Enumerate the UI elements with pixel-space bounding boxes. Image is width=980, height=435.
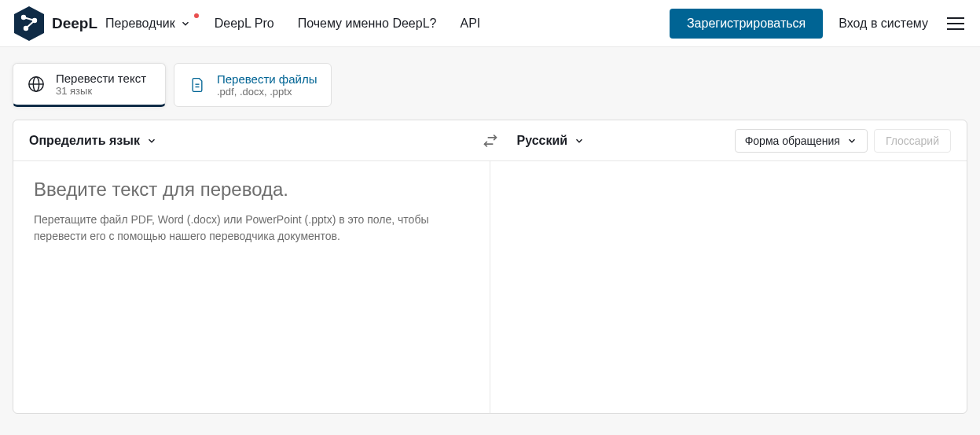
glossary-label: Глоссарий (886, 135, 939, 147)
signup-button[interactable]: Зарегистрироваться (670, 9, 823, 39)
chevron-down-icon (846, 135, 857, 146)
nav-pro-label: DeepL Pro (215, 17, 274, 31)
target-text-pane (490, 161, 967, 413)
tab-translate-files[interactable]: Перевести файлы .pdf, .docx, .pptx (174, 63, 332, 107)
tab-translate-text[interactable]: Перевести текст 31 язык (13, 63, 166, 107)
translation-panes: Введите текст для перевода. Перетащите ф… (13, 161, 967, 413)
source-language-label: Определить язык (29, 134, 140, 148)
source-hint: Перетащите файл PDF, Word (.docx) или Po… (34, 212, 442, 245)
document-icon (189, 76, 206, 94)
header-right: Зарегистрироваться Вход в систему (670, 9, 967, 39)
formality-selector[interactable]: Форма обращения (735, 129, 868, 153)
translator-panel: Определить язык Русский Форма обращения … (13, 120, 967, 414)
nav-translator[interactable]: Переводчик (105, 17, 191, 31)
main-header: DeepL Переводчик DeepL Pro Почему именно… (0, 0, 980, 47)
main-nav: Переводчик DeepL Pro Почему именно DeepL… (105, 17, 480, 31)
nav-api[interactable]: API (460, 17, 480, 31)
tab-files-sub: .pdf, .docx, .pptx (217, 86, 317, 98)
nav-why[interactable]: Почему именно DeepL? (298, 17, 437, 31)
source-text-pane[interactable]: Введите текст для перевода. Перетащите ф… (13, 161, 490, 413)
globe-icon (28, 76, 45, 93)
mode-tabs: Перевести текст 31 язык Перевести файлы … (0, 47, 980, 120)
target-language-label: Русский (517, 134, 568, 148)
chevron-down-icon (146, 135, 157, 146)
source-placeholder: Введите текст для перевода. (34, 179, 469, 201)
language-bar-right: Форма обращения Глоссарий (735, 129, 951, 153)
target-language-selector[interactable]: Русский (517, 134, 585, 148)
tab-text-sub: 31 язык (56, 85, 146, 97)
login-link[interactable]: Вход в систему (839, 17, 928, 31)
tab-files-title: Перевести файлы (217, 72, 317, 86)
nav-why-label: Почему именно DeepL? (298, 17, 437, 31)
swap-languages-button[interactable] (478, 128, 503, 153)
nav-pro[interactable]: DeepL Pro (215, 17, 274, 31)
nav-translator-label: Переводчик (105, 17, 175, 31)
tab-text-title: Перевести текст (56, 72, 146, 85)
menu-icon[interactable] (944, 14, 967, 33)
logo[interactable]: DeepL (13, 5, 97, 42)
brand-name: DeepL (52, 15, 97, 32)
formality-label: Форма обращения (745, 135, 840, 147)
swap-icon (483, 133, 498, 149)
glossary-button[interactable]: Глоссарий (874, 129, 951, 153)
chevron-down-icon (574, 135, 585, 146)
nav-api-label: API (460, 17, 480, 31)
source-language-selector[interactable]: Определить язык (29, 134, 157, 148)
chevron-down-icon (180, 18, 191, 29)
svg-marker-0 (14, 6, 44, 41)
language-bar: Определить язык Русский Форма обращения … (13, 120, 967, 161)
logo-icon (13, 5, 46, 42)
